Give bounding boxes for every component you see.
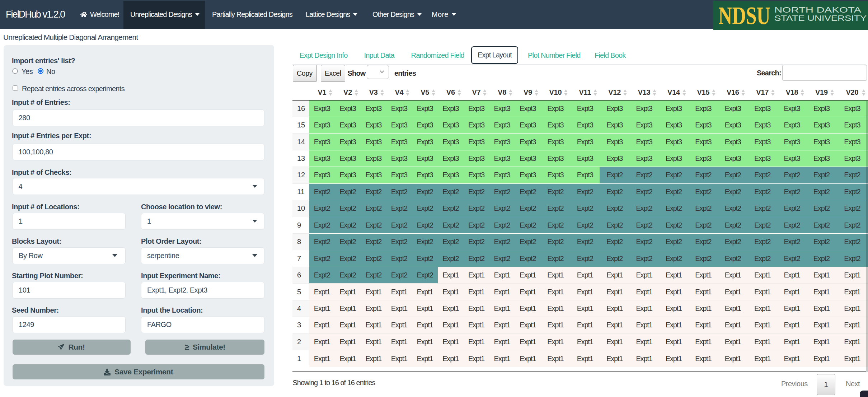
svg-text:STATE UNIVERSITY: STATE UNIVERSITY [774, 14, 867, 23]
svg-text:NORTH DAKOTA: NORTH DAKOTA [774, 5, 861, 14]
svg-text:NDSU: NDSU [718, 2, 770, 29]
